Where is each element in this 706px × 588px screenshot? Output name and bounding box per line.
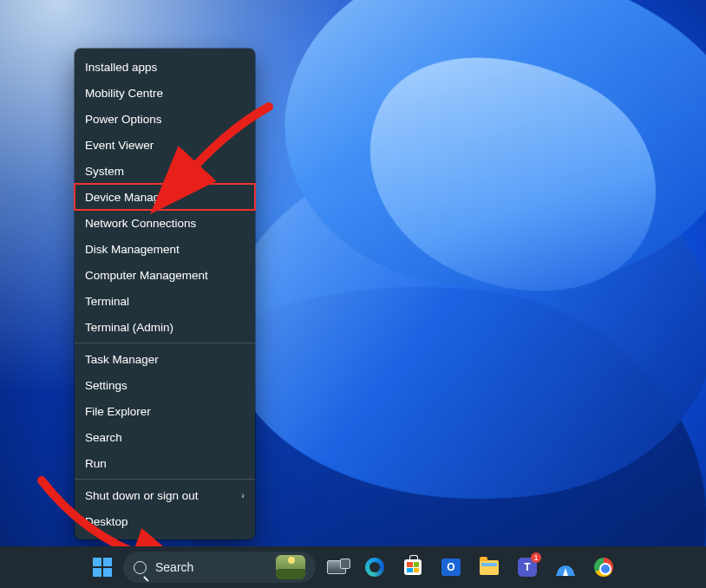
nordvpn-icon <box>556 559 575 576</box>
task-view-button[interactable] <box>319 550 354 585</box>
menu-item-label: Terminal (Admin) <box>85 321 173 334</box>
menu-item-label: Desktop <box>85 515 128 528</box>
chrome-icon <box>594 558 613 577</box>
outlook-icon: O <box>441 559 461 576</box>
ms-store-button[interactable] <box>395 550 430 585</box>
menu-item-terminal-admin[interactable]: Terminal (Admin) <box>75 314 255 340</box>
desktop-wallpaper[interactable]: Installed appsMobility CentrePower Optio… <box>0 0 706 588</box>
menu-item-power-options[interactable]: Power Options <box>75 106 255 132</box>
winx-context-menu: Installed appsMobility CentrePower Optio… <box>75 49 255 539</box>
menu-item-label: Settings <box>85 379 127 392</box>
file-explorer-button[interactable] <box>472 550 507 585</box>
taskbar-search[interactable]: Search <box>123 552 316 583</box>
menu-item-label: Computer Management <box>85 269 208 282</box>
menu-item-label: Mobility Centre <box>85 87 163 100</box>
search-highlight-image <box>276 555 305 579</box>
menu-item-installed-apps[interactable]: Installed apps <box>75 54 255 80</box>
menu-item-label: Shut down or sign out <box>85 489 199 502</box>
taskbar-center: Search O T 1 <box>85 550 621 585</box>
menu-item-network-connections[interactable]: Network Connections <box>75 210 255 236</box>
menu-separator <box>75 343 255 343</box>
menu-item-device-manager[interactable]: Device Manager <box>75 184 255 210</box>
menu-item-task-manager[interactable]: Task Manager <box>75 346 255 372</box>
file-explorer-icon <box>480 560 499 575</box>
menu-item-settings[interactable]: Settings <box>75 372 255 398</box>
menu-item-label: System <box>85 165 124 178</box>
chevron-right-icon: › <box>241 490 245 500</box>
start-button[interactable] <box>85 550 120 585</box>
menu-item-disk-management[interactable]: Disk Management <box>75 236 255 262</box>
menu-item-system[interactable]: System <box>75 158 255 184</box>
ms-store-icon <box>404 559 422 575</box>
menu-item-label: Device Manager <box>85 191 170 204</box>
edge-icon <box>365 558 384 577</box>
menu-item-label: Installed apps <box>85 61 157 74</box>
task-view-icon <box>327 560 346 574</box>
menu-item-search[interactable]: Search <box>75 424 255 450</box>
menu-item-label: Terminal <box>85 295 129 308</box>
outlook-button[interactable]: O <box>434 550 468 585</box>
menu-item-run[interactable]: Run <box>75 450 255 476</box>
menu-item-mobility-centre[interactable]: Mobility Centre <box>75 80 255 106</box>
edge-button[interactable] <box>357 550 392 585</box>
nordvpn-button[interactable] <box>548 550 583 585</box>
menu-item-label: Power Options <box>85 113 162 126</box>
menu-item-label: Event Viewer <box>85 139 154 152</box>
search-icon <box>134 561 147 574</box>
windows-logo-icon <box>93 558 112 577</box>
menu-item-desktop[interactable]: Desktop <box>75 508 255 534</box>
menu-item-file-explorer[interactable]: File Explorer <box>75 398 255 424</box>
menu-item-label: Task Manager <box>85 353 159 366</box>
menu-separator <box>75 479 255 480</box>
menu-item-event-viewer[interactable]: Event Viewer <box>75 132 255 158</box>
menu-item-label: Run <box>85 457 107 470</box>
search-placeholder: Search <box>155 560 267 574</box>
teams-button[interactable]: T 1 <box>510 550 545 585</box>
chrome-button[interactable] <box>586 550 621 585</box>
menu-item-label: Disk Management <box>85 243 180 256</box>
notification-badge: 1 <box>531 552 541 563</box>
menu-item-label: File Explorer <box>85 405 151 418</box>
menu-item-shut-down-or-sign-out[interactable]: Shut down or sign out› <box>75 482 255 508</box>
menu-item-computer-management[interactable]: Computer Management <box>75 262 255 288</box>
menu-item-terminal[interactable]: Terminal <box>75 288 255 314</box>
menu-item-label: Network Connections <box>85 217 196 230</box>
taskbar: Search O T 1 <box>0 546 706 588</box>
menu-item-label: Search <box>85 431 122 444</box>
